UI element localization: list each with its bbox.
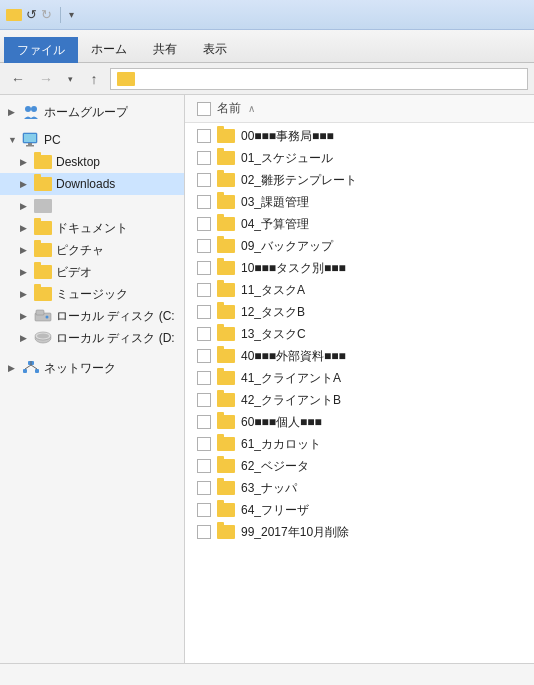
sidebar-item-homegroup[interactable]: ▶ ホームグループ	[0, 101, 184, 123]
row-checkbox[interactable]	[197, 437, 211, 451]
address-path[interactable]	[110, 68, 528, 90]
row-checkbox[interactable]	[197, 481, 211, 495]
forward-button[interactable]: →	[34, 67, 58, 91]
folder-icon	[217, 525, 235, 539]
row-checkbox[interactable]	[197, 129, 211, 143]
row-checkbox[interactable]	[197, 239, 211, 253]
tab-share[interactable]: 共有	[140, 36, 190, 62]
file-name: 01_スケジュール	[241, 150, 333, 167]
row-checkbox[interactable]	[197, 525, 211, 539]
sidebar-item-unnamed[interactable]: ▶	[0, 195, 184, 217]
folder-icon	[217, 371, 235, 385]
table-row[interactable]: 63_ナッパ	[185, 477, 534, 499]
table-row[interactable]: 60■■■個人■■■	[185, 411, 534, 433]
header-name[interactable]: 名前 ∧	[217, 100, 522, 117]
status-bar	[0, 663, 534, 685]
titlebar-folder-icon[interactable]	[6, 9, 22, 21]
titlebar-undo-icon[interactable]: ↺	[26, 7, 37, 22]
file-name: 04_予算管理	[241, 216, 309, 233]
table-row[interactable]: 62_ベジータ	[185, 455, 534, 477]
folder-icon	[217, 217, 235, 231]
back-button[interactable]: ←	[6, 67, 30, 91]
drive-c-arrow: ▶	[20, 311, 30, 321]
table-row[interactable]: 09_バックアップ	[185, 235, 534, 257]
tab-home[interactable]: ホーム	[78, 36, 140, 62]
table-row[interactable]: 99_2017年10月削除	[185, 521, 534, 543]
pictures-folder-icon	[34, 243, 52, 257]
sidebar-item-drive-c[interactable]: ▶ ローカル ディスク (C:	[0, 305, 184, 327]
header-checkbox[interactable]	[197, 102, 211, 116]
desktop-folder-icon	[34, 155, 52, 169]
titlebar-dropdown-arrow[interactable]: ▾	[69, 9, 74, 20]
table-row[interactable]: 10■■■タスク別■■■	[185, 257, 534, 279]
sidebar-item-pc[interactable]: ▼ PC	[0, 129, 184, 151]
table-row[interactable]: 40■■■外部資料■■■	[185, 345, 534, 367]
row-checkbox[interactable]	[197, 173, 211, 187]
table-row[interactable]: 12_タスクB	[185, 301, 534, 323]
file-name: 11_タスクA	[241, 282, 305, 299]
row-checkbox[interactable]	[197, 217, 211, 231]
up-button[interactable]: ↑	[82, 67, 106, 91]
title-separator	[60, 7, 61, 23]
downloads-arrow: ▶	[20, 179, 30, 189]
videos-arrow: ▶	[20, 267, 30, 277]
table-row[interactable]: 42_クライアントB	[185, 389, 534, 411]
folder-icon	[217, 261, 235, 275]
folder-icon	[217, 239, 235, 253]
nav-dropdown-button[interactable]: ▾	[62, 67, 78, 91]
sidebar-item-music[interactable]: ▶ ミュージック	[0, 283, 184, 305]
table-row[interactable]: 03_課題管理	[185, 191, 534, 213]
sidebar-item-drive-d[interactable]: ▶ ローカル ディスク (D:	[0, 327, 184, 349]
sidebar-item-network[interactable]: ▶ ネットワーク	[0, 357, 184, 379]
table-row[interactable]: 41_クライアントA	[185, 367, 534, 389]
file-name: 60■■■個人■■■	[241, 414, 322, 431]
row-checkbox[interactable]	[197, 283, 211, 297]
folder-icon	[217, 327, 235, 341]
videos-folder-icon	[34, 265, 52, 279]
tab-view[interactable]: 表示	[190, 36, 240, 62]
sidebar-item-videos[interactable]: ▶ ビデオ	[0, 261, 184, 283]
table-row[interactable]: 64_フリーザ	[185, 499, 534, 521]
row-checkbox[interactable]	[197, 261, 211, 275]
row-checkbox[interactable]	[197, 503, 211, 517]
svg-rect-7	[36, 310, 44, 315]
row-checkbox[interactable]	[197, 327, 211, 341]
titlebar-redo-icon[interactable]: ↻	[41, 7, 52, 22]
table-row[interactable]: 13_タスクC	[185, 323, 534, 345]
table-row[interactable]: 04_予算管理	[185, 213, 534, 235]
pictures-label: ピクチャ	[56, 242, 104, 259]
row-checkbox[interactable]	[197, 195, 211, 209]
svg-rect-3	[24, 134, 36, 142]
table-row[interactable]: 00■■■事務局■■■	[185, 125, 534, 147]
svg-line-16	[31, 365, 37, 369]
desktop-arrow: ▶	[20, 157, 30, 167]
folder-icon	[217, 503, 235, 517]
folder-icon	[217, 151, 235, 165]
table-row[interactable]: 02_雛形テンプレート	[185, 169, 534, 191]
tab-file[interactable]: ファイル	[4, 37, 78, 63]
sidebar-item-pictures[interactable]: ▶ ピクチャ	[0, 239, 184, 261]
name-column-label: 名前	[217, 101, 241, 115]
documents-arrow: ▶	[20, 223, 30, 233]
file-name: 00■■■事務局■■■	[241, 128, 334, 145]
table-row[interactable]: 61_カカロット	[185, 433, 534, 455]
row-checkbox[interactable]	[197, 305, 211, 319]
row-checkbox[interactable]	[197, 151, 211, 165]
file-name: 42_クライアントB	[241, 392, 341, 409]
file-name: 61_カカロット	[241, 436, 321, 453]
file-name: 10■■■タスク別■■■	[241, 260, 346, 277]
sidebar-item-documents[interactable]: ▶ ドキュメント	[0, 217, 184, 239]
row-checkbox[interactable]	[197, 349, 211, 363]
sidebar-item-downloads[interactable]: ▶ Downloads	[0, 173, 184, 195]
pictures-arrow: ▶	[20, 245, 30, 255]
table-row[interactable]: 11_タスクA	[185, 279, 534, 301]
table-row[interactable]: 01_スケジュール	[185, 147, 534, 169]
file-name: 13_タスクC	[241, 326, 306, 343]
row-checkbox[interactable]	[197, 459, 211, 473]
row-checkbox[interactable]	[197, 415, 211, 429]
sidebar-item-desktop[interactable]: ▶ Desktop	[0, 151, 184, 173]
row-checkbox[interactable]	[197, 371, 211, 385]
title-bar: ↺ ↻ ▾	[0, 0, 534, 30]
row-checkbox[interactable]	[197, 393, 211, 407]
title-bar-icons: ↺ ↻ ▾	[6, 7, 74, 23]
